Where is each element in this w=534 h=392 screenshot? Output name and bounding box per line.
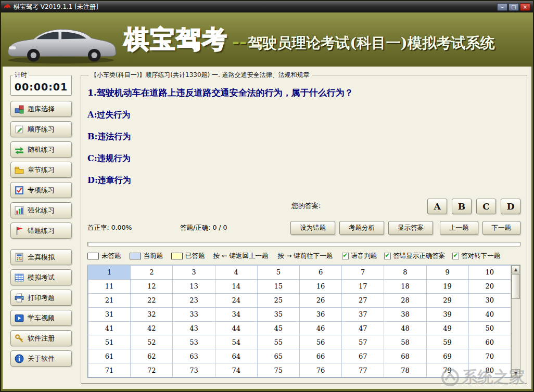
auto-next-on-correct-checkbox[interactable]: 答对转下一题 — [452, 252, 500, 260]
grid-scrollbar[interactable]: ▲ ▼ — [511, 265, 520, 377]
sidebar-item-print-questions[interactable]: 打印考题 — [10, 290, 72, 306]
question-cell-1[interactable]: 1 — [88, 266, 131, 280]
question-cell-20[interactable]: 20 — [468, 279, 511, 293]
question-cell-61[interactable]: 61 — [88, 349, 131, 363]
question-cell-17[interactable]: 17 — [342, 279, 384, 293]
question-cell-36[interactable]: 36 — [299, 307, 341, 321]
option-c[interactable]: C:违规行为 — [87, 153, 131, 164]
question-cell-71[interactable]: 71 — [88, 363, 131, 377]
sidebar-item-chapter-practice[interactable]: 章节练习 — [10, 162, 72, 178]
question-cell-74[interactable]: 74 — [215, 363, 257, 377]
sidebar-item-sequential-practice[interactable]: 顺序练习 — [10, 121, 72, 137]
question-cell-2[interactable]: 2 — [131, 266, 173, 280]
question-cell-33[interactable]: 33 — [173, 307, 215, 321]
question-cell-13[interactable]: 13 — [173, 279, 215, 293]
question-cell-77[interactable]: 77 — [342, 363, 384, 377]
question-cell-58[interactable]: 58 — [384, 335, 426, 349]
scroll-up-button[interactable]: ▲ — [512, 265, 520, 273]
question-cell-30[interactable]: 30 — [468, 293, 511, 307]
question-cell-79[interactable]: 79 — [426, 363, 468, 377]
maximize-button[interactable]: □ — [508, 3, 519, 11]
sidebar-item-software-register[interactable]: 软件注册 — [10, 330, 72, 346]
question-cell-66[interactable]: 66 — [299, 349, 341, 363]
question-cell-64[interactable]: 64 — [215, 349, 257, 363]
next-question-button[interactable]: 下一题 — [482, 221, 521, 235]
question-cell-23[interactable]: 23 — [173, 293, 215, 307]
question-cell-32[interactable]: 32 — [131, 307, 173, 321]
question-cell-31[interactable]: 31 — [88, 307, 131, 321]
question-cell-42[interactable]: 42 — [131, 321, 173, 335]
question-cell-78[interactable]: 78 — [384, 363, 426, 377]
question-cell-75[interactable]: 75 — [257, 363, 299, 377]
sidebar-item-intensive-practice[interactable]: 强化练习 — [10, 202, 72, 218]
set-wrong-button[interactable]: 设为错题 — [290, 221, 335, 235]
question-cell-80[interactable]: 80 — [468, 363, 511, 377]
question-cell-53[interactable]: 53 — [173, 335, 215, 349]
question-cell-3[interactable]: 3 — [173, 266, 215, 280]
answer-button-d[interactable]: D — [501, 199, 520, 214]
question-cell-59[interactable]: 59 — [426, 335, 468, 349]
question-cell-67[interactable]: 67 — [342, 349, 384, 363]
question-cell-27[interactable]: 27 — [342, 293, 384, 307]
question-cell-9[interactable]: 9 — [426, 266, 468, 280]
voice-judge-checkbox[interactable]: 语音判题 — [342, 252, 377, 260]
question-cell-29[interactable]: 29 — [426, 293, 468, 307]
question-cell-11[interactable]: 11 — [88, 279, 131, 293]
question-cell-62[interactable]: 62 — [131, 349, 173, 363]
question-cell-72[interactable]: 72 — [131, 363, 173, 377]
question-cell-52[interactable]: 52 — [131, 335, 173, 349]
minimize-button[interactable]: – — [497, 3, 507, 11]
question-cell-6[interactable]: 6 — [299, 266, 341, 280]
question-cell-44[interactable]: 44 — [215, 321, 257, 335]
question-cell-45[interactable]: 45 — [257, 321, 299, 335]
question-cell-60[interactable]: 60 — [468, 335, 511, 349]
question-cell-40[interactable]: 40 — [468, 307, 511, 321]
question-cell-68[interactable]: 68 — [384, 349, 426, 363]
question-cell-22[interactable]: 22 — [131, 293, 173, 307]
close-button[interactable]: × — [520, 3, 530, 11]
question-cell-54[interactable]: 54 — [215, 335, 257, 349]
question-cell-4[interactable]: 4 — [215, 266, 257, 280]
question-cell-73[interactable]: 73 — [173, 363, 215, 377]
question-cell-43[interactable]: 43 — [173, 321, 215, 335]
sidebar-item-mock-exam[interactable]: 模拟考试 — [10, 269, 72, 285]
answer-button-a[interactable]: A — [427, 199, 447, 214]
question-cell-25[interactable]: 25 — [257, 293, 299, 307]
question-cell-49[interactable]: 49 — [426, 321, 468, 335]
question-cell-7[interactable]: 7 — [342, 266, 384, 280]
question-cell-56[interactable]: 56 — [299, 335, 341, 349]
scrollbar-track[interactable] — [512, 273, 520, 369]
question-cell-34[interactable]: 34 — [215, 307, 257, 321]
question-cell-15[interactable]: 15 — [257, 279, 299, 293]
question-cell-14[interactable]: 14 — [215, 279, 257, 293]
question-cell-35[interactable]: 35 — [257, 307, 299, 321]
option-a[interactable]: A:过失行为 — [87, 110, 130, 121]
question-cell-19[interactable]: 19 — [426, 279, 468, 293]
show-correct-on-wrong-checkbox[interactable]: 答错显示正确答案 — [384, 252, 445, 260]
question-cell-5[interactable]: 5 — [257, 266, 299, 280]
question-cell-8[interactable]: 8 — [384, 266, 426, 280]
question-cell-47[interactable]: 47 — [342, 321, 384, 335]
question-cell-24[interactable]: 24 — [215, 293, 257, 307]
question-analysis-button[interactable]: 考题分析 — [339, 221, 384, 235]
show-answer-button[interactable]: 显示答案 — [388, 221, 433, 235]
question-cell-41[interactable]: 41 — [88, 321, 131, 335]
question-cell-50[interactable]: 50 — [468, 321, 511, 335]
answer-button-b[interactable]: B — [452, 199, 472, 214]
option-d[interactable]: D:违章行为 — [87, 175, 131, 186]
question-cell-12[interactable]: 12 — [131, 279, 173, 293]
question-cell-38[interactable]: 38 — [384, 307, 426, 321]
question-cell-10[interactable]: 10 — [468, 266, 511, 280]
sidebar-item-full-simulation[interactable]: 全真模拟 — [10, 249, 72, 265]
question-cell-51[interactable]: 51 — [88, 335, 131, 349]
sidebar-item-question-bank[interactable]: 题库选择 — [10, 101, 72, 117]
scroll-down-button[interactable]: ▼ — [512, 369, 520, 377]
question-cell-18[interactable]: 18 — [384, 279, 426, 293]
question-cell-70[interactable]: 70 — [468, 349, 511, 363]
question-cell-55[interactable]: 55 — [257, 335, 299, 349]
sidebar-item-driving-videos[interactable]: 学车视频 — [10, 310, 72, 326]
question-cell-65[interactable]: 65 — [257, 349, 299, 363]
scrollbar-thumb[interactable] — [512, 274, 520, 299]
question-cell-21[interactable]: 21 — [88, 293, 131, 307]
question-cell-28[interactable]: 28 — [384, 293, 426, 307]
